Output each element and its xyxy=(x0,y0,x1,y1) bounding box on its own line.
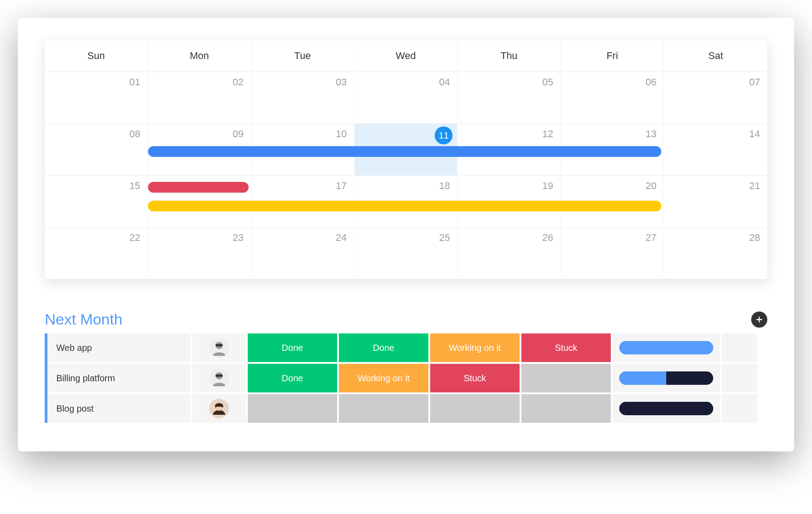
calendar-cell[interactable]: 28 xyxy=(664,228,767,279)
section-header: Next Month xyxy=(45,311,767,328)
calendar-day-number: 07 xyxy=(749,76,760,88)
calendar-day-number: 21 xyxy=(749,180,760,192)
calendar-day-number: 22 xyxy=(129,232,140,244)
calendar-cell[interactable]: 15 xyxy=(45,176,148,228)
task-status-cell[interactable]: Stuck xyxy=(521,333,611,362)
board-row: Blog post xyxy=(47,394,767,423)
calendar-widget: SunMonTueWedThuFriSat 010203040506070809… xyxy=(45,40,767,279)
task-trailing-cell xyxy=(722,364,757,392)
calendar-cell[interactable]: 06 xyxy=(561,72,664,124)
calendar-day-number: 25 xyxy=(439,232,450,244)
calendar-day-number: 15 xyxy=(129,180,140,192)
task-status-cell[interactable]: Done xyxy=(248,364,337,392)
calendar-header-row: SunMonTueWedThuFriSat xyxy=(45,40,767,72)
calendar-day-header: Sat xyxy=(664,40,767,72)
board-table: Web appDoneDoneWorking on itStuckBilling… xyxy=(45,333,767,423)
calendar-day-number: 24 xyxy=(336,232,347,244)
task-status-cell[interactable] xyxy=(248,394,337,423)
calendar-cell[interactable]: 02 xyxy=(148,72,251,124)
task-name-cell[interactable]: Billing platform xyxy=(47,364,190,392)
calendar-cell[interactable]: 03 xyxy=(251,72,355,124)
task-status-cell[interactable]: Done xyxy=(248,333,337,362)
calendar-cell[interactable]: 26 xyxy=(457,228,561,279)
task-timeline-cell[interactable] xyxy=(613,394,720,423)
calendar-day-number: 23 xyxy=(233,232,243,244)
plus-icon xyxy=(754,315,764,324)
calendar-day-number: 17 xyxy=(336,180,347,192)
calendar-cell[interactable]: 21 xyxy=(664,176,767,228)
task-timeline-cell[interactable] xyxy=(613,364,720,392)
calendar-row: 01020304050607 xyxy=(45,72,767,124)
avatar-icon xyxy=(209,399,229,418)
calendar-cell[interactable]: 01 xyxy=(45,72,148,124)
avatar-icon xyxy=(209,368,229,388)
task-status-cell[interactable]: Stuck xyxy=(430,364,520,392)
task-status-cell[interactable] xyxy=(521,394,611,423)
calendar-day-number: 28 xyxy=(749,232,760,244)
task-person-cell[interactable] xyxy=(192,394,246,423)
timeline-pill xyxy=(619,402,713,415)
section-title: Next Month xyxy=(45,311,123,328)
calendar-cell[interactable]: 24 xyxy=(251,228,355,279)
task-status-cell[interactable] xyxy=(339,394,428,423)
calendar-day-header: Mon xyxy=(148,40,251,72)
calendar-event-bar[interactable] xyxy=(148,146,661,157)
calendar-day-header: Tue xyxy=(251,40,355,72)
timeline-pill xyxy=(619,371,713,385)
calendar-day-number: 13 xyxy=(646,128,656,140)
calendar-day-number: 20 xyxy=(646,180,656,192)
task-timeline-cell[interactable] xyxy=(613,333,720,362)
calendar-row: 22232425262728 xyxy=(45,228,767,279)
calendar-cell[interactable]: 23 xyxy=(148,228,251,279)
calendar-day-number: 09 xyxy=(233,128,243,140)
calendar-cell[interactable]: 22 xyxy=(45,228,148,279)
calendar-day-header: Wed xyxy=(355,40,458,72)
calendar-day-header: Sun xyxy=(45,40,148,72)
calendar-day-number: 08 xyxy=(129,128,140,140)
calendar-day-number: 06 xyxy=(646,76,656,88)
task-status-cell[interactable] xyxy=(430,394,520,423)
calendar-day-number: 02 xyxy=(233,76,243,88)
calendar-day-header: Thu xyxy=(457,40,561,72)
board-row: Billing platformDoneWorking on itStuck xyxy=(47,364,767,392)
calendar-day-header: Fri xyxy=(561,40,664,72)
task-person-cell[interactable] xyxy=(192,333,246,362)
board-row: Web appDoneDoneWorking on itStuck xyxy=(47,333,767,362)
task-status-cell[interactable]: Working on it xyxy=(430,333,520,362)
calendar-day-number: 14 xyxy=(749,128,760,140)
calendar-cell[interactable]: 07 xyxy=(664,72,767,124)
calendar-day-number: 03 xyxy=(336,76,347,88)
calendar-cell[interactable]: 14 xyxy=(664,124,767,176)
timeline-pill xyxy=(619,341,713,354)
svg-rect-6 xyxy=(216,375,223,377)
calendar-day-number: 12 xyxy=(542,128,553,140)
calendar-cell[interactable]: 08 xyxy=(45,124,148,176)
task-person-cell[interactable] xyxy=(192,364,246,392)
calendar-event-bar[interactable] xyxy=(148,182,249,193)
calendar-day-number: 11 xyxy=(435,126,453,144)
calendar-day-number: 01 xyxy=(129,76,140,88)
calendar-cell[interactable]: 27 xyxy=(561,228,664,279)
task-name-cell[interactable]: Blog post xyxy=(47,394,190,423)
calendar-event-bar[interactable] xyxy=(148,201,661,211)
task-name-cell[interactable]: Web app xyxy=(47,333,190,362)
task-status-cell[interactable]: Done xyxy=(339,333,428,362)
task-status-cell[interactable] xyxy=(521,364,611,392)
calendar-day-number: 10 xyxy=(336,128,347,140)
calendar-day-number: 19 xyxy=(542,180,553,192)
avatar-icon xyxy=(209,338,229,358)
task-trailing-cell xyxy=(722,333,757,362)
app-frame: SunMonTueWedThuFriSat 010203040506070809… xyxy=(18,18,794,451)
calendar-cell[interactable]: 05 xyxy=(457,72,561,124)
calendar-cell[interactable]: 25 xyxy=(355,228,458,279)
calendar-day-number: 26 xyxy=(542,232,553,244)
calendar-body: 0102030405060708091011121314151617181920… xyxy=(45,72,767,279)
calendar-cell[interactable]: 04 xyxy=(355,72,458,124)
task-trailing-cell xyxy=(722,394,757,423)
calendar-day-number: 04 xyxy=(439,76,450,88)
task-status-cell[interactable]: Working on it xyxy=(339,364,428,392)
add-button[interactable] xyxy=(751,312,767,328)
calendar-day-number: 27 xyxy=(646,232,656,244)
calendar-day-number: 18 xyxy=(439,180,450,192)
svg-rect-3 xyxy=(216,344,223,346)
